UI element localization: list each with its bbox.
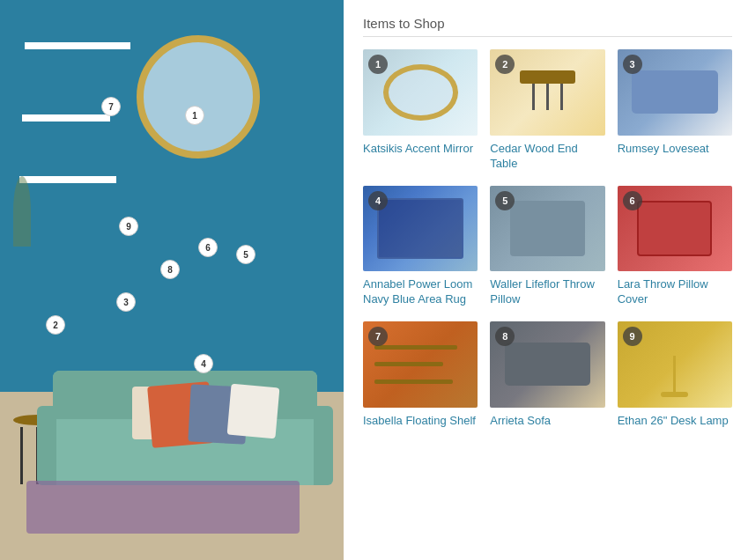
product-badge-5: 5 — [495, 191, 515, 210]
product-image-9[interactable]: 9 — [618, 321, 732, 408]
scene-badge-5: 5 — [236, 245, 256, 264]
scene-badge-8: 8 — [160, 260, 180, 279]
scene-badge-9: 9 — [119, 217, 138, 236]
product-image-1[interactable]: 1 — [363, 49, 478, 136]
rug-decor — [26, 481, 300, 534]
product-item-7[interactable]: 7 Isabella Floating Shelf — [363, 321, 478, 429]
product-image-6[interactable]: 6 — [618, 186, 732, 272]
plant-decor — [9, 176, 35, 247]
product-badge-1: 1 — [368, 55, 388, 74]
product-name-6[interactable]: Lara Throw Pillow Cover — [618, 277, 732, 307]
mirror-decor — [137, 35, 260, 158]
product-item-1[interactable]: 1 Katsikis Accent Mirror — [363, 49, 478, 172]
product-badge-9: 9 — [623, 327, 642, 346]
scene-badge-4: 4 — [194, 354, 213, 373]
product-name-9[interactable]: Ethan 26" Desk Lamp — [618, 414, 732, 429]
shelf-mid — [22, 114, 110, 122]
product-item-4[interactable]: 4 Annabel Power Loom Navy Blue Area Rug — [363, 186, 478, 308]
product-image-4[interactable]: 4 — [363, 186, 478, 272]
product-name-5[interactable]: Waller Lifeflor Throw Pillow — [490, 277, 604, 307]
sofa-decor — [53, 371, 317, 485]
shelf-top — [25, 42, 130, 49]
product-image-3[interactable]: 3 — [618, 49, 732, 136]
product-name-8[interactable]: Arrieta Sofa — [490, 414, 604, 429]
product-item-5[interactable]: 5 Waller Lifeflor Throw Pillow — [490, 186, 604, 308]
scene-badge-2: 2 — [46, 315, 65, 335]
product-item-8[interactable]: 8 Arrieta Sofa — [490, 321, 604, 429]
right-panel: Items to Shop 1 Katsikis Accent Mirror 2 — [344, 0, 748, 560]
product-badge-3: 3 — [623, 55, 642, 74]
pillow-white — [227, 384, 280, 439]
product-image-5[interactable]: 5 — [490, 186, 604, 272]
product-name-1[interactable]: Katsikis Accent Mirror — [363, 142, 478, 157]
section-title: Items to Shop — [363, 16, 732, 37]
product-badge-7: 7 — [368, 327, 388, 346]
product-name-2[interactable]: Cedar Wood End Table — [490, 142, 604, 172]
product-image-2[interactable]: 2 — [490, 49, 604, 136]
product-item-3[interactable]: 3 Rumsey Loveseat — [618, 49, 732, 172]
product-image-8[interactable]: 8 — [490, 321, 604, 408]
product-image-7[interactable]: 7 — [363, 321, 478, 408]
product-name-4[interactable]: Annabel Power Loom Navy Blue Area Rug — [363, 277, 478, 307]
product-name-3[interactable]: Rumsey Loveseat — [618, 142, 732, 157]
products-grid: 1 Katsikis Accent Mirror 2 — [363, 49, 732, 429]
scene-badge-6: 6 — [198, 238, 218, 257]
product-badge-4: 4 — [368, 191, 388, 210]
product-name-7[interactable]: Isabella Floating Shelf — [363, 414, 478, 429]
product-badge-6: 6 — [623, 191, 642, 210]
scene-badge-7: 7 — [101, 97, 121, 116]
product-item-2[interactable]: 2 Cedar Wood End Table — [490, 49, 604, 172]
scene-badge-3: 3 — [116, 292, 136, 312]
scene-badge-1: 1 — [185, 106, 204, 125]
product-item-6[interactable]: 6 Lara Throw Pillow Cover — [618, 186, 732, 308]
product-item-9[interactable]: 9 Ethan 26" Desk Lamp — [618, 321, 732, 429]
room-scene: 1 2 3 4 5 6 7 8 9 — [0, 0, 344, 560]
